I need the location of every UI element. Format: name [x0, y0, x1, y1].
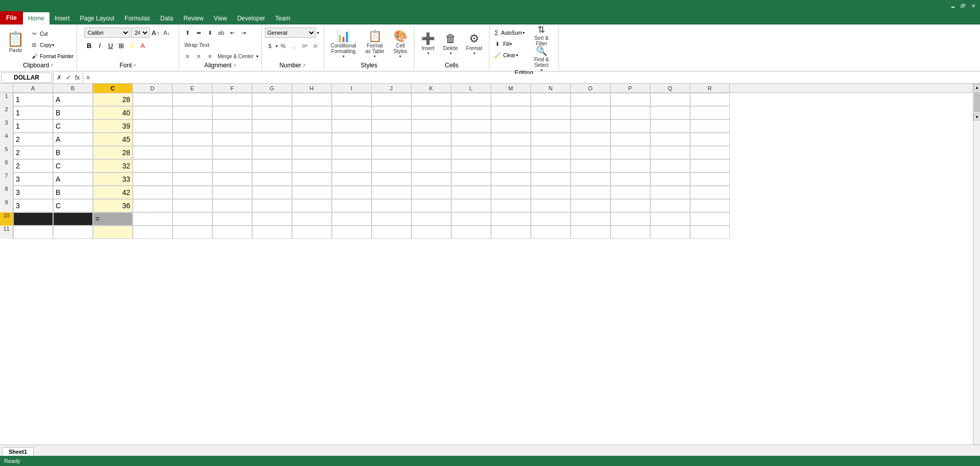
- cell-C1[interactable]: 28: [93, 93, 133, 106]
- cell-C2[interactable]: 40: [93, 106, 133, 119]
- cell-K7[interactable]: [411, 173, 451, 186]
- col-header-q[interactable]: Q: [650, 84, 690, 93]
- align-bottom-button[interactable]: ⬇: [205, 28, 215, 38]
- cell-I5[interactable]: [332, 146, 372, 159]
- cell-G9[interactable]: [252, 199, 292, 212]
- cell-D11[interactable]: [133, 226, 173, 239]
- cell-E2[interactable]: [173, 106, 212, 119]
- paste-button[interactable]: 📋 Paste: [3, 28, 28, 56]
- cell-L1[interactable]: [451, 93, 491, 106]
- cell-M2[interactable]: [491, 106, 531, 119]
- cell-M4[interactable]: [491, 133, 531, 146]
- cell-O2[interactable]: [571, 106, 610, 119]
- row-number-1[interactable]: 1: [0, 93, 13, 106]
- cell-O4[interactable]: [571, 133, 610, 146]
- cell-N11[interactable]: [531, 226, 571, 239]
- cell-J1[interactable]: [372, 93, 411, 106]
- cell-D9[interactable]: [133, 199, 173, 212]
- underline-button[interactable]: U: [106, 40, 116, 51]
- cell-G2[interactable]: [252, 106, 292, 119]
- cell-H8[interactable]: [292, 186, 332, 199]
- cell-styles-dropdown[interactable]: ▾: [399, 54, 401, 59]
- row-number-8[interactable]: 8: [0, 186, 13, 199]
- cell-R11[interactable]: [690, 226, 730, 239]
- cell-R1[interactable]: [690, 93, 730, 106]
- orientation-button[interactable]: ab: [216, 28, 226, 38]
- cell-K6[interactable]: [411, 159, 451, 173]
- align-center-button[interactable]: ≡: [193, 51, 204, 61]
- cell-N5[interactable]: [531, 146, 571, 159]
- col-header-o[interactable]: O: [571, 84, 610, 93]
- cell-B10[interactable]: [53, 212, 93, 226]
- cell-P8[interactable]: [610, 186, 650, 199]
- align-middle-button[interactable]: ⬌: [193, 28, 204, 38]
- cell-F3[interactable]: [212, 119, 252, 133]
- tab-review[interactable]: Review: [178, 12, 208, 24]
- increase-decimal-button[interactable]: .0+: [300, 41, 310, 51]
- font-color-button[interactable]: A: [138, 40, 148, 51]
- cell-A4[interactable]: 2: [13, 133, 53, 146]
- font-expand-icon[interactable]: ↗: [133, 63, 136, 68]
- cell-J11[interactable]: [372, 226, 411, 239]
- cell-O6[interactable]: [571, 159, 610, 173]
- vertical-scrollbar[interactable]: ▲ ▼: [973, 84, 980, 445]
- cell-A5[interactable]: 2: [13, 146, 53, 159]
- cell-R4[interactable]: [690, 133, 730, 146]
- row-number-4[interactable]: 4: [0, 133, 13, 146]
- cell-B5[interactable]: B: [53, 146, 93, 159]
- cell-E1[interactable]: [173, 93, 212, 106]
- conditional-formatting-dropdown[interactable]: ▾: [342, 54, 345, 59]
- tab-developer[interactable]: Developer: [232, 12, 271, 24]
- sheet-tab-1[interactable]: Sheet1: [2, 447, 34, 456]
- row-number-6[interactable]: 6: [0, 159, 13, 173]
- cell-B11[interactable]: [53, 226, 93, 239]
- cell-B7[interactable]: A: [53, 173, 93, 186]
- cell-B6[interactable]: C: [53, 159, 93, 173]
- cell-A3[interactable]: 1: [13, 119, 53, 133]
- cell-P6[interactable]: [610, 159, 650, 173]
- format-button[interactable]: ⚙ Format ▾: [462, 28, 486, 61]
- insert-function-button[interactable]: fx: [73, 72, 82, 83]
- cell-R7[interactable]: [690, 173, 730, 186]
- cell-Q3[interactable]: [650, 119, 690, 133]
- cell-B1[interactable]: A: [53, 93, 93, 106]
- cell-H6[interactable]: [292, 159, 332, 173]
- cell-D3[interactable]: [133, 119, 173, 133]
- col-header-c[interactable]: C: [93, 84, 133, 93]
- sort-filter-button[interactable]: ⇅ Sort &Filter ▾: [528, 28, 555, 48]
- cell-R6[interactable]: [690, 159, 730, 173]
- restore-button[interactable]: 🗗: [959, 2, 968, 10]
- cell-C4[interactable]: 45: [93, 133, 133, 146]
- cell-A6[interactable]: 2: [13, 159, 53, 173]
- close-button[interactable]: ✕: [969, 2, 978, 10]
- cell-H7[interactable]: [292, 173, 332, 186]
- col-header-b[interactable]: B: [53, 84, 93, 93]
- format-dropdown[interactable]: ▾: [473, 51, 475, 56]
- alignment-expand-icon[interactable]: ↗: [233, 63, 236, 68]
- align-right-button[interactable]: ≡: [205, 51, 215, 61]
- cell-I11[interactable]: [332, 226, 372, 239]
- tab-insert[interactable]: Insert: [50, 12, 75, 24]
- cell-C7[interactable]: 33: [93, 173, 133, 186]
- cell-C3[interactable]: 39: [93, 119, 133, 133]
- tab-file[interactable]: File: [0, 11, 23, 24]
- cell-K3[interactable]: [411, 119, 451, 133]
- col-header-f[interactable]: F: [212, 84, 252, 93]
- cell-G11[interactable]: [252, 226, 292, 239]
- cell-I6[interactable]: [332, 159, 372, 173]
- cell-H2[interactable]: [292, 106, 332, 119]
- cell-M3[interactable]: [491, 119, 531, 133]
- percent-button[interactable]: %: [278, 41, 288, 51]
- cell-Q4[interactable]: [650, 133, 690, 146]
- cell-P4[interactable]: [610, 133, 650, 146]
- format-painter-button[interactable]: 🖌: [29, 51, 39, 61]
- name-box[interactable]: [1, 72, 52, 83]
- cell-L5[interactable]: [451, 146, 491, 159]
- cell-F10[interactable]: [212, 212, 252, 226]
- conditional-formatting-button[interactable]: 📊 ConditionalFormatting ▾: [327, 28, 360, 61]
- tab-formulas[interactable]: Formulas: [119, 12, 155, 24]
- cell-A9[interactable]: 3: [13, 199, 53, 212]
- scroll-thumb[interactable]: [974, 92, 980, 112]
- cell-N7[interactable]: [531, 173, 571, 186]
- clear-button[interactable]: 🧹: [493, 50, 503, 60]
